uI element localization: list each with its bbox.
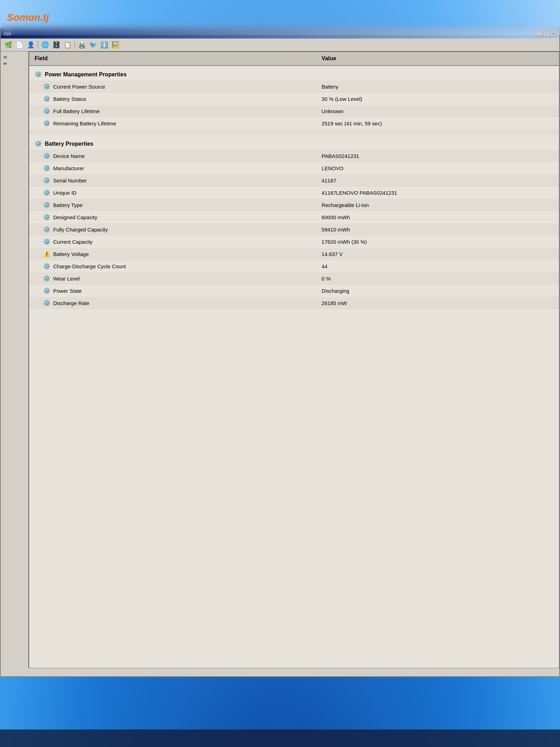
- current-capacity-icon: ⚙️: [43, 238, 50, 245]
- charge-discharge-icon: ⚙️: [43, 263, 50, 270]
- designed-capacity-label: Designed Capacity: [53, 214, 97, 220]
- manufacturer-label: Manufacturer: [53, 165, 84, 171]
- battery-type-value: Rechargeable Li-Ion: [316, 199, 559, 211]
- site-logo: Somon.tj: [7, 12, 49, 23]
- row-battery-status: ⚙️ Battery Status 30 % (Low Level): [29, 93, 559, 105]
- battery-voltage-label: Battery Voltage: [53, 251, 89, 257]
- spacer-row-1: [29, 130, 559, 135]
- data-table: Field Value ⚙️ Power Management Properti…: [29, 52, 559, 309]
- wear-level-value: 0 %: [316, 272, 559, 285]
- battery-voltage-warning-icon: ⚠️: [43, 250, 50, 258]
- remaining-battery-lifetime-value: 2519 sec (41 min, 59 sec): [316, 117, 559, 130]
- charge-discharge-value: 44: [316, 260, 559, 272]
- row-wear-level: ⚙️ Wear Level 0 %: [29, 272, 559, 285]
- toolbar-btn-user[interactable]: 👤: [26, 40, 36, 50]
- toolbar-btn-info[interactable]: ℹ️: [99, 40, 109, 50]
- power-state-icon: ⚙️: [43, 287, 50, 295]
- row-battery-voltage: ⚠️ Battery Voltage 14.637 V: [29, 248, 559, 260]
- row-designed-capacity: ⚙️ Designed Capacity 60000 mWh: [29, 211, 559, 223]
- fully-charged-capacity-label: Fully Charged Capacity: [53, 227, 108, 233]
- power-state-label: Power State: [53, 288, 82, 294]
- battery-status-label: Battery Status: [53, 96, 86, 102]
- discharge-rate-label: Discharge Rate: [53, 300, 89, 306]
- device-name-label: Device Name: [53, 153, 85, 159]
- row-battery-type: ⚙️ Battery Type Rechargeable Li-Ion: [29, 199, 559, 211]
- serial-number-label: Serial Number: [53, 178, 87, 184]
- discharge-rate-icon: ⚙️: [43, 299, 50, 307]
- wear-level-icon: ⚙️: [43, 275, 50, 282]
- current-power-source-value: Battery: [316, 81, 559, 93]
- unique-id-icon: ⚙️: [43, 189, 50, 196]
- toolbar-btn-print[interactable]: 🖨️: [77, 40, 87, 50]
- row-current-capacity: ⚙️ Current Capacity 17820 mWh (30 %): [29, 236, 559, 248]
- row-charge-discharge-cycle: ⚙️ Charge-Discharge Cycle Count 44: [29, 260, 559, 272]
- row-manufacturer: ⚙️ Manufacturer LENOVO: [29, 162, 559, 174]
- device-name-icon: ⚙️: [43, 152, 50, 160]
- full-battery-lifetime-label: Full Battery Lifetime: [53, 108, 100, 114]
- battery-voltage-value: 14.637 V: [316, 248, 559, 260]
- current-power-source-icon: ⚙️: [43, 83, 50, 90]
- top-bar: Somon.tj: [0, 0, 560, 35]
- serial-number-value: 41167: [316, 174, 559, 187]
- row-serial-number: ⚙️ Serial Number 41167: [29, 174, 559, 187]
- power-management-icon: ⚙️: [35, 71, 42, 78]
- battery-properties-label: Battery Properties: [45, 141, 93, 147]
- fully-charged-capacity-value: 59410 mWh: [316, 223, 559, 236]
- fully-charged-capacity-icon: ⚙️: [43, 226, 50, 233]
- row-full-battery-lifetime: ⚙️ Full Battery Lifetime Unknown: [29, 105, 559, 117]
- current-capacity-value: 17820 mWh (30 %): [316, 236, 559, 248]
- device-name-value: PABAS0241231: [316, 150, 559, 162]
- toolbar-separator-2: [75, 41, 75, 49]
- taskbar: [0, 729, 560, 747]
- sidebar: nt er: [1, 51, 29, 668]
- designed-capacity-value: 60000 mWh: [316, 211, 559, 223]
- row-fully-charged-capacity: ⚙️ Fully Charged Capacity 59410 mWh: [29, 223, 559, 236]
- power-state-value: Discharging: [316, 285, 559, 297]
- toolbar-btn-leaf[interactable]: 🌿: [4, 40, 13, 50]
- row-device-name: ⚙️ Device Name PABAS0241231: [29, 150, 559, 162]
- row-current-power-source: ⚙️ Current Power Source Battery: [29, 81, 559, 93]
- toolbar-btn-image[interactable]: 🖼️: [111, 40, 120, 50]
- designed-capacity-icon: ⚙️: [43, 214, 50, 221]
- battery-status-value: 30 % (Low Level): [316, 93, 559, 105]
- row-unique-id: ⚙️ Unique ID 41167LENOVO PABAS0241231: [29, 187, 559, 199]
- row-discharge-rate: ⚙️ Discharge Rate 26185 mW: [29, 297, 559, 309]
- section-power-management: ⚙️ Power Management Properties: [29, 65, 559, 81]
- manufacturer-value: LENOVO: [316, 162, 559, 174]
- full-battery-lifetime-icon: ⚙️: [43, 108, 50, 115]
- sidebar-item-er: er: [2, 61, 27, 66]
- toolbar-btn-bird[interactable]: 🐦: [88, 40, 98, 50]
- full-battery-lifetime-value: Unknown: [316, 105, 559, 117]
- column-header-value: Value: [316, 52, 559, 65]
- charge-discharge-label: Charge-Discharge Cycle Count: [53, 263, 126, 269]
- content-panel[interactable]: Field Value ⚙️ Power Management Properti…: [29, 51, 559, 668]
- serial-number-icon: ⚙️: [43, 177, 50, 184]
- toolbar-btn-globe[interactable]: 🌐: [40, 40, 50, 50]
- toolbar-separator-1: [38, 41, 38, 49]
- column-header-field: Field: [29, 52, 316, 65]
- current-power-source-label: Current Power Source: [53, 84, 105, 90]
- battery-type-icon: ⚙️: [43, 201, 50, 209]
- wear-level-label: Wear Level: [53, 276, 80, 282]
- section-battery-properties: ⚙️ Battery Properties: [29, 135, 559, 150]
- manufacturer-icon: ⚙️: [43, 165, 50, 172]
- battery-properties-icon: ⚙️: [35, 140, 42, 147]
- power-management-label: Power Management Properties: [45, 71, 127, 78]
- app-window: 700 _ □ ✕ 🌿 📄 👤 🌐 🗄️ 📋 🖨️ 🐦 ℹ️ 🖼️: [0, 28, 560, 677]
- discharge-rate-value: 26185 mW: [316, 297, 559, 309]
- remaining-battery-lifetime-icon: ⚙️: [43, 120, 50, 127]
- battery-type-label: Battery Type: [53, 202, 83, 208]
- unique-id-value: 41167LENOVO PABAS0241231: [316, 187, 559, 199]
- unique-id-label: Unique ID: [53, 190, 77, 196]
- toolbar-btn-clipboard[interactable]: 📋: [63, 40, 72, 50]
- toolbar-btn-file[interactable]: 📄: [15, 40, 24, 50]
- row-remaining-battery-lifetime: ⚙️ Remaining Battery Lifetime 2519 sec (…: [29, 117, 559, 130]
- row-power-state: ⚙️ Power State Discharging: [29, 285, 559, 297]
- toolbar-btn-database[interactable]: 🗄️: [51, 40, 61, 50]
- battery-status-icon: ⚙️: [43, 95, 50, 103]
- current-capacity-label: Current Capacity: [53, 239, 93, 245]
- sidebar-item-nt: nt: [2, 54, 27, 60]
- toolbar: 🌿 📄 👤 🌐 🗄️ 📋 🖨️ 🐦 ℹ️ 🖼️: [1, 39, 559, 51]
- remaining-battery-lifetime-label: Remaining Battery Lifetime: [53, 120, 116, 126]
- main-content: nt er Field Value: [1, 51, 559, 668]
